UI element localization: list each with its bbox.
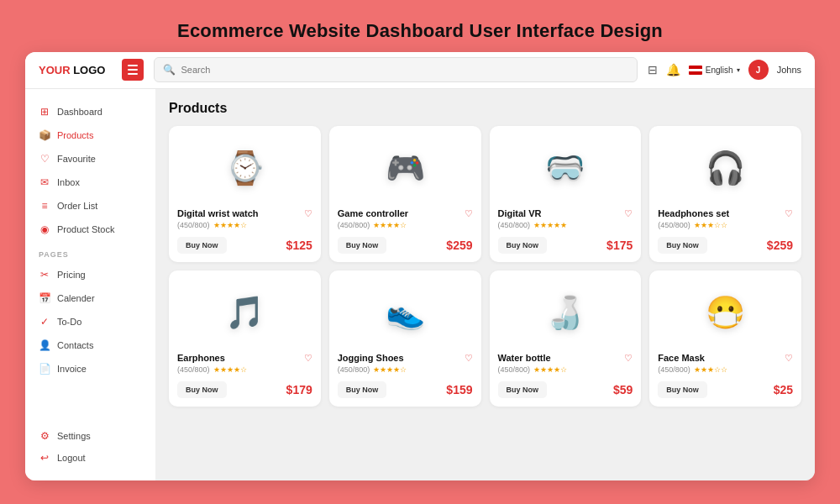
product-image-face-mask: 😷 — [658, 279, 793, 346]
sidebar-label-orderlist: Order List — [57, 201, 97, 211]
favourite-button-game-controller[interactable]: ♡ — [465, 208, 473, 219]
product-price-earphones: $179 — [286, 383, 312, 396]
sidebar: Dashboard 📦 Products Favourite Inbox Ord… — [25, 89, 155, 480]
sidebar-label-pricing: Pricing — [57, 270, 86, 280]
product-actions-face-mask: Buy Now $25 — [658, 381, 793, 398]
product-name-earphones: Earphones — [177, 353, 225, 363]
product-name-headphones-set: Headphones set — [658, 208, 729, 218]
buy-button-headphones-set[interactable]: Buy Now — [658, 237, 707, 254]
pages-section-label: PAGES — [25, 242, 155, 262]
dashboard-icon — [39, 106, 50, 118]
product-stars-earphones: ★★★★☆ — [213, 365, 247, 374]
orderlist-icon — [39, 200, 50, 212]
sidebar-item-dashboard[interactable]: Dashboard — [25, 101, 155, 123]
sidebar-item-stock[interactable]: Product Stock — [25, 218, 155, 240]
product-image-digital-vr: 🥽 — [498, 134, 633, 202]
sidebar-item-todo[interactable]: To-Do — [25, 311, 155, 333]
invoice-icon: 📄 — [39, 363, 50, 375]
buy-button-earphones[interactable]: Buy Now — [177, 381, 227, 398]
product-emoji-earphones: 🎵 — [225, 294, 265, 331]
filter-icon[interactable]: ⊟ — [648, 63, 658, 76]
sidebar-item-pricing[interactable]: Pricing — [25, 264, 155, 286]
product-card-digital-vr: 🥽 Digital VR ♡ (450/800) ★★★★★ Buy Now $… — [490, 126, 642, 262]
product-emoji-headphones-set: 🎧 — [706, 150, 745, 186]
product-count-earphones: (450/800) — [177, 365, 210, 374]
product-image-water-bottle: 🍶 — [498, 279, 633, 346]
favourite-button-earphones[interactable]: ♡ — [304, 353, 312, 364]
sidebar-label-dashboard: Dashboard — [57, 107, 102, 117]
product-name-row-digital-watch: Digital wrist watch ♡ — [177, 208, 312, 219]
content-area: Products ⌚ Digital wrist watch ♡ (450/80… — [155, 89, 815, 480]
buy-button-jogging-shoes[interactable]: Buy Now — [338, 381, 387, 398]
chevron-down-icon: ▾ — [737, 66, 740, 74]
sidebar-item-products[interactable]: 📦 Products — [25, 124, 155, 146]
buy-button-game-controller[interactable]: Buy Now — [338, 237, 387, 254]
favourite-button-face-mask[interactable]: ♡ — [785, 353, 793, 364]
product-name-row-face-mask: Face Mask ♡ — [658, 353, 793, 364]
product-stars-face-mask: ★★★☆☆ — [694, 365, 727, 374]
buy-button-face-mask[interactable]: Buy Now — [658, 381, 707, 398]
product-name-face-mask: Face Mask — [658, 353, 705, 363]
product-card-earphones: 🎵 Earphones ♡ (450/800) ★★★★☆ Buy Now $1… — [169, 270, 321, 407]
sidebar-item-favourite[interactable]: Favourite — [25, 148, 155, 170]
product-price-game-controller: $259 — [446, 239, 472, 252]
product-price-face-mask: $25 — [774, 383, 793, 396]
menu-button[interactable] — [122, 59, 144, 81]
product-actions-digital-watch: Buy Now $125 — [177, 237, 312, 254]
search-bar[interactable]: 🔍 — [154, 57, 637, 82]
product-price-digital-watch: $125 — [286, 239, 312, 252]
product-count-water-bottle: (450/800) — [498, 365, 531, 374]
sidebar-item-orderlist[interactable]: Order List — [25, 195, 155, 217]
dashboard-container: YOUR LOGO 🔍 ⊟ 🔔 English ▾ J Johns — [25, 52, 815, 480]
favourite-button-water-bottle[interactable]: ♡ — [624, 353, 633, 364]
product-name-digital-vr: Digital VR — [498, 208, 542, 218]
product-name-row-jogging-shoes: Jogging Shoes ♡ — [338, 353, 473, 364]
sidebar-item-calendar[interactable]: 📅 Calender — [25, 287, 155, 309]
sidebar-label-invoice: Invoice — [57, 364, 87, 374]
favourite-button-jogging-shoes[interactable]: ♡ — [465, 353, 473, 364]
favourite-button-headphones-set[interactable]: ♡ — [785, 208, 793, 219]
sidebar-item-contacts[interactable]: 👤 Contacts — [25, 334, 155, 356]
calendar-icon: 📅 — [39, 292, 50, 304]
product-count-digital-watch: (450/800) — [177, 221, 210, 229]
favourite-button-digital-watch[interactable]: ♡ — [304, 208, 312, 219]
settings-icon — [39, 430, 50, 442]
product-stars-digital-watch: ★★★★☆ — [213, 221, 247, 229]
sidebar-item-settings[interactable]: Settings — [25, 425, 155, 447]
search-input[interactable] — [181, 65, 627, 75]
product-meta-game-controller: (450/800) ★★★★☆ — [338, 221, 473, 229]
product-image-jogging-shoes: 👟 — [338, 279, 473, 346]
sidebar-label-favourite: Favourite — [57, 154, 96, 164]
sidebar-label-settings: Settings — [57, 431, 91, 441]
buy-button-water-bottle[interactable]: Buy Now — [498, 381, 548, 398]
product-stars-jogging-shoes: ★★★★☆ — [373, 365, 407, 374]
language-selector[interactable]: English ▾ — [689, 66, 740, 75]
user-avatar[interactable]: J — [748, 60, 769, 80]
product-meta-jogging-shoes: (450/800) ★★★★☆ — [338, 365, 473, 374]
product-price-headphones-set: $259 — [767, 239, 793, 252]
product-stars-game-controller: ★★★★☆ — [373, 221, 407, 229]
product-name-water-bottle: Water bottle — [498, 353, 551, 363]
sidebar-item-invoice[interactable]: 📄 Invoice — [25, 358, 155, 380]
product-name-row-water-bottle: Water bottle ♡ — [498, 353, 633, 364]
favourite-icon — [39, 153, 50, 165]
product-emoji-digital-watch: ⌚ — [225, 150, 265, 186]
sidebar-item-inbox[interactable]: Inbox — [25, 171, 155, 193]
product-emoji-water-bottle: 🍶 — [545, 294, 585, 331]
buy-button-digital-watch[interactable]: Buy Now — [177, 237, 227, 254]
notification-icon[interactable]: 🔔 — [666, 63, 680, 76]
product-name-digital-watch: Digital wrist watch — [177, 208, 259, 218]
buy-button-digital-vr[interactable]: Buy Now — [498, 237, 548, 254]
product-actions-game-controller: Buy Now $259 — [338, 237, 473, 254]
stock-icon — [39, 223, 50, 235]
favourite-button-digital-vr[interactable]: ♡ — [624, 208, 633, 219]
sidebar-label-stock: Product Stock — [57, 224, 114, 234]
inbox-icon — [39, 176, 50, 188]
sidebar-label-products: Products — [57, 130, 93, 140]
username-label: Johns — [777, 65, 801, 75]
topbar: YOUR LOGO 🔍 ⊟ 🔔 English ▾ J Johns — [25, 52, 815, 89]
product-meta-face-mask: (450/800) ★★★☆☆ — [658, 365, 793, 374]
product-actions-earphones: Buy Now $179 — [177, 381, 312, 398]
sidebar-item-logout[interactable]: Logout — [25, 447, 155, 469]
content-title: Products — [169, 101, 801, 116]
